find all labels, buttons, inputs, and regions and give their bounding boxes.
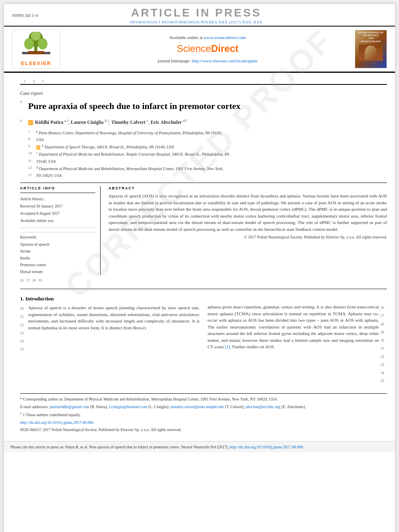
email-addresses: E-mail addresses: patirariddhi@gmail.com… bbox=[20, 404, 387, 410]
journal-full-name: NEUROLOGIA I NEUROCHIRURGIA POLSKA XXX (… bbox=[38, 20, 355, 24]
article-history: Article history: Received 30 January 201… bbox=[20, 195, 95, 224]
available-online-text: Available online at www.sciencedirect.co… bbox=[169, 35, 246, 40]
keywords-section: Keywords: Apraxia of speech Stroke Insul… bbox=[20, 232, 95, 275]
keyword-insula: Insula bbox=[20, 255, 95, 261]
article-in-press-text: ARTICLE IN PRESS bbox=[38, 6, 355, 19]
cover-title: POLISH JOURNAL OFNEUROLOGYANDNEUROSURGER… bbox=[358, 31, 384, 43]
svg-point-4 bbox=[38, 38, 47, 49]
history-label: Article history: bbox=[20, 195, 95, 203]
affiliation-c-cont: 19140, USA bbox=[36, 158, 56, 164]
main-content: 1 2 3 Case report 4 Pure apraxia of spee… bbox=[4, 73, 395, 437]
keyword-dorsal: Dorsal stream bbox=[20, 268, 95, 275]
email-calvert[interactable]: timothy.calvert@tuhs.temple.edu bbox=[171, 405, 224, 409]
issn-line: 0028-3843/© 2017 Polish Neurological Soc… bbox=[20, 427, 387, 433]
received-date: Received 30 January 2017 bbox=[20, 203, 95, 210]
line-num-3: 3 bbox=[38, 79, 43, 83]
line-34: 34 bbox=[380, 369, 387, 377]
article-in-press-banner: ARTICLE IN PRESS NEUROLOGIA I NEUROCHIRU… bbox=[38, 6, 355, 24]
intro-two-col: 1. Introduction 20 21 22 23 24 25 bbox=[20, 296, 387, 385]
footnotes: * Corresponding author at: Department of… bbox=[20, 393, 387, 433]
affiliation-b: Q1 b Department of Speech Therapy, 3401N… bbox=[36, 144, 174, 150]
affiliation-a: a Penn Memory Center, Department of Neur… bbox=[36, 129, 222, 136]
top-banner: PJNNS 343 1–6 ARTICLE IN PRESS NEUROLOGI… bbox=[4, 4, 395, 27]
doi-line: http://dx.doi.org/10.1016/j.pjnns.2017.0… bbox=[20, 419, 387, 426]
line-35: 35 bbox=[380, 377, 387, 385]
journal-info-center: Available online at www.sciencedirect.co… bbox=[64, 30, 351, 68]
citation-doi-link[interactable]: http://dx.doi.org/10.1016/j.pjnns.2017.0… bbox=[230, 445, 303, 449]
line-num-4: 4 bbox=[20, 98, 26, 104]
line-num-19: 19 bbox=[38, 278, 42, 282]
line-28: 28 bbox=[380, 320, 387, 328]
copyright: © 2017 Polish Neurological Society. Publ… bbox=[109, 235, 387, 239]
intro-paragraph-2: aphasia given intact repetition, grammar… bbox=[208, 304, 379, 385]
q1-marker: Q1 bbox=[28, 120, 33, 125]
line-23: 23 bbox=[20, 329, 27, 337]
line-num-18: 18 bbox=[32, 278, 36, 282]
svg-rect-6 bbox=[28, 51, 44, 54]
line-num-10: 10 bbox=[28, 151, 34, 157]
line-num-1: 1 bbox=[20, 79, 26, 83]
email-label: E-mail addresses: bbox=[20, 405, 49, 409]
line-30: 30 bbox=[380, 336, 387, 344]
abstract-col: ABSTRACT Apraxia of speech (AOS) is now … bbox=[109, 186, 387, 275]
science-text: Science bbox=[177, 43, 211, 54]
right-line-nums: 26 27 28 29 30 31 32 33 34 35 bbox=[380, 304, 387, 385]
left-line-nums: 20 21 22 23 24 25 bbox=[20, 304, 27, 353]
affiliation-d: d Department of Physical Medicine and Re… bbox=[36, 165, 223, 172]
elsevier-tree-icon bbox=[20, 32, 52, 60]
affiliation-c: c Department of Physical Medicine and Re… bbox=[36, 151, 229, 157]
bottom-citation-bar: Please cite this article in press as: Pa… bbox=[4, 441, 395, 452]
line-33: 33 bbox=[380, 361, 387, 369]
line-num-6: 6 bbox=[20, 119, 26, 123]
equal-contribution: 1 1 These authors contributed equally. bbox=[20, 411, 387, 418]
sciencedirect-logo: ScienceDirect bbox=[177, 43, 238, 54]
article-title: Pure apraxia of speech due to infarct in… bbox=[28, 101, 387, 112]
line-22: 22 bbox=[20, 321, 27, 329]
intro-section: 1. Introduction 20 21 22 23 24 25 bbox=[20, 289, 387, 385]
intro-paragraph-1: Apraxia of speech is a disorder of motor… bbox=[28, 304, 200, 353]
elsevier-logo: ELSEVIER bbox=[12, 30, 60, 68]
direct-text: Direct bbox=[211, 43, 239, 54]
line-num-17: 17 bbox=[26, 278, 30, 282]
intro-left-col: 1. Introduction 20 21 22 23 24 25 bbox=[20, 296, 200, 385]
journal-homepage: journal homepage: http://www.elsevier.co… bbox=[158, 58, 258, 63]
abstract-heading: ABSTRACT bbox=[109, 186, 387, 190]
header-section: ELSEVIER Available online at www.science… bbox=[4, 27, 395, 73]
ref-1-link[interactable]: [1] bbox=[225, 344, 230, 349]
authors-line: Q1 Riddhi Patira a,1, Lauren Ciniglia b,… bbox=[28, 119, 187, 126]
journal-id: PJNNS 343 1–6 bbox=[12, 13, 38, 18]
email-patira[interactable]: patirariddhi@gmail.com bbox=[49, 405, 89, 409]
intro-right-col: aphasia given intact repetition, grammar… bbox=[208, 296, 387, 385]
line-num-12: 12 bbox=[28, 165, 34, 172]
article-info-heading: ARTICLE INFO bbox=[20, 186, 95, 190]
elsevier-brand-text: ELSEVIER bbox=[21, 61, 51, 66]
keyword-stroke: Stroke bbox=[20, 248, 95, 255]
citation-text: Please cite this article in press as: Pa… bbox=[10, 445, 229, 449]
keyword-aos: Apraxia of speech bbox=[20, 241, 95, 248]
available-online: Available online xxx bbox=[20, 217, 95, 224]
line-nums-16-19: 16 17 18 19 bbox=[20, 278, 387, 282]
line-20: 20 bbox=[20, 304, 27, 312]
line-31: 31 bbox=[380, 344, 387, 352]
line-25: 25 bbox=[20, 345, 27, 353]
abstract-body: Apraxia of speech (AOS) is now recognize… bbox=[109, 193, 387, 232]
journal-homepage-link[interactable]: http://www.elsevier.com/locate/pjnns bbox=[192, 58, 258, 63]
page: CORRECTED PROOF PJNNS 343 1–6 ARTICLE IN… bbox=[4, 4, 395, 532]
affiliation-d-cont: NY 10029, USA bbox=[36, 173, 62, 179]
keywords-label: Keywords: bbox=[20, 235, 95, 239]
intro-heading: 1. Introduction bbox=[20, 296, 200, 302]
email-altschuler[interactable]: altschue@nychhc.org bbox=[246, 405, 281, 409]
doi-link[interactable]: http://dx.doi.org/10.1016/j.pjnns.2017.0… bbox=[20, 420, 93, 425]
journal-cover-image: POLISH JOURNAL OFNEUROLOGYANDNEUROSURGER… bbox=[355, 30, 387, 68]
line-21: 21 bbox=[20, 312, 27, 320]
line-29: 29 bbox=[380, 328, 387, 336]
sciencedirect-link[interactable]: www.sciencedirect.com bbox=[204, 35, 246, 40]
affiliation-a-cont: USA bbox=[36, 137, 43, 143]
email-ciniglia[interactable]: Lciniglia@hotmail.com bbox=[109, 405, 148, 409]
line-num-13: 13 bbox=[28, 173, 34, 179]
line-num-16: 16 bbox=[20, 278, 24, 282]
line-num-7: 7 bbox=[28, 129, 34, 136]
q1b-marker: Q1 bbox=[36, 146, 40, 150]
case-report-label: Case report bbox=[20, 90, 387, 97]
line-32: 32 bbox=[380, 353, 387, 361]
